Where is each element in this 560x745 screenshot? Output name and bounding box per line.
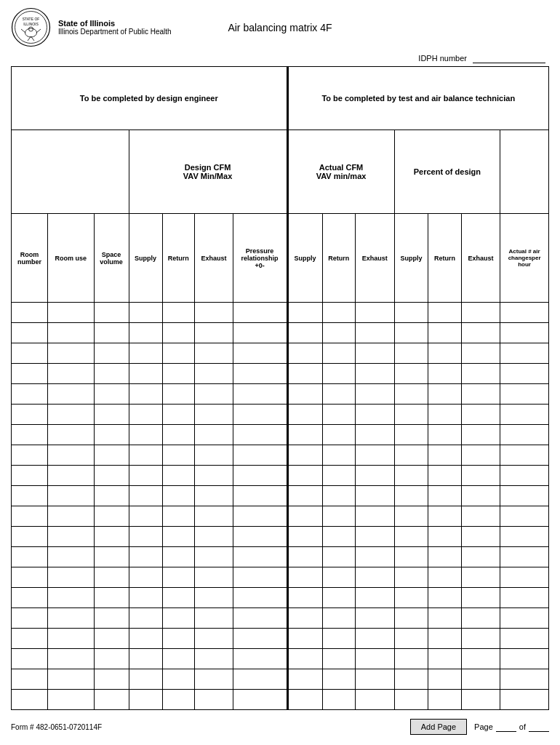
total-pages-field[interactable] bbox=[529, 722, 549, 732]
percent-design-header: Percent of design bbox=[394, 130, 500, 214]
table-row bbox=[12, 506, 549, 527]
page-footer: Form # 482-0651-0720114F Add Page Page o… bbox=[11, 716, 549, 738]
table-row bbox=[12, 303, 549, 323]
subsection-header-row: Design CFM VAV Min/Max Actual CFM VAV mi… bbox=[12, 130, 549, 214]
state-name: State of Illinois bbox=[58, 19, 172, 28]
page-label: Page bbox=[474, 722, 493, 731]
page-number-field[interactable] bbox=[496, 722, 516, 732]
svg-point-7 bbox=[29, 27, 33, 31]
of-label: of bbox=[519, 722, 526, 731]
right-section-header: To be completed by test and air balance … bbox=[287, 67, 548, 130]
col-return: Return bbox=[162, 214, 195, 303]
svg-point-0 bbox=[12, 9, 50, 47]
header-text-block: State of Illinois Illinois Department of… bbox=[58, 19, 172, 36]
table-row bbox=[12, 425, 549, 445]
col-room-use: Room use bbox=[47, 214, 94, 303]
col-supply: Supply bbox=[129, 214, 162, 303]
table-row bbox=[12, 547, 549, 567]
table-row bbox=[12, 527, 549, 547]
col-pct-exhaust: Exhaust bbox=[461, 214, 500, 303]
form-title: Air balancing matrix 4F bbox=[228, 22, 332, 33]
idph-label: IDPH number bbox=[418, 54, 467, 63]
design-cfm-header: Design CFM VAV Min/Max bbox=[129, 130, 287, 214]
svg-text:STATE OF: STATE OF bbox=[23, 17, 40, 21]
table-row bbox=[12, 588, 549, 608]
state-seal-logo: STATE OF ILLINOIS bbox=[11, 7, 51, 47]
col-exhaust: Exhaust bbox=[195, 214, 233, 303]
table-row bbox=[12, 608, 549, 629]
idph-row: IDPH number bbox=[11, 53, 549, 63]
svg-line-5 bbox=[21, 29, 25, 33]
col-pressure-rel: Pressurerelationship+0- bbox=[233, 214, 287, 303]
table-row bbox=[12, 649, 549, 669]
main-table: To be completed by design engineer To be… bbox=[11, 66, 549, 710]
table-row bbox=[12, 466, 549, 486]
table-row bbox=[12, 669, 549, 690]
table-row bbox=[12, 486, 549, 506]
table-row bbox=[12, 690, 549, 710]
section-header-row: To be completed by design engineer To be… bbox=[12, 67, 549, 130]
page-header: STATE OF ILLINOIS State of Illinois Illi… bbox=[11, 7, 549, 47]
department-name: Illinois Department of Public Health bbox=[58, 28, 172, 36]
col-space-volume: Spacevolume bbox=[94, 214, 129, 303]
col-actual-supply: Supply bbox=[287, 214, 322, 303]
col-air-changes: Actual # airchangesperhour bbox=[500, 214, 549, 303]
table-row bbox=[12, 445, 549, 466]
svg-line-6 bbox=[36, 29, 41, 33]
actual-cfm-header: Actual CFM VAV min/max bbox=[287, 130, 394, 214]
col-pct-return: Return bbox=[428, 214, 461, 303]
col-room-number: Roomnumber bbox=[12, 214, 48, 303]
page-info: Page of bbox=[474, 722, 549, 732]
table-row bbox=[12, 343, 549, 364]
col-actual-exhaust: Exhaust bbox=[356, 214, 394, 303]
table-row bbox=[12, 384, 549, 405]
add-page-button[interactable]: Add Page bbox=[410, 719, 467, 735]
idph-number-field[interactable] bbox=[473, 53, 545, 63]
table-row bbox=[12, 629, 549, 649]
svg-text:ILLINOIS: ILLINOIS bbox=[23, 22, 39, 26]
svg-point-4 bbox=[25, 28, 37, 37]
table-row bbox=[12, 323, 549, 343]
table-row bbox=[12, 364, 549, 384]
footer-right: Add Page Page of bbox=[410, 719, 549, 735]
col-pct-supply: Supply bbox=[394, 214, 428, 303]
left-section-header: To be completed by design engineer bbox=[12, 67, 288, 130]
table-row bbox=[12, 567, 549, 588]
col-actual-return: Return bbox=[322, 214, 355, 303]
column-header-row: Roomnumber Room use Spacevolume Supply R… bbox=[12, 214, 549, 303]
table-row bbox=[12, 405, 549, 425]
form-number: Form # 482-0651-0720114F bbox=[11, 723, 102, 731]
